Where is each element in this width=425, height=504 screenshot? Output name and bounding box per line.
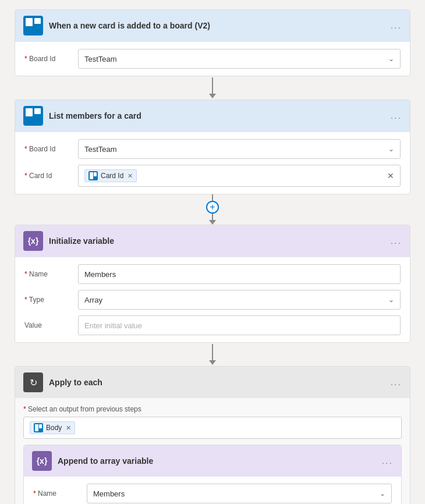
init-variable-body: Name Members Type Array ⌄ Value Enter in…	[15, 257, 410, 342]
append-array-header-left: {x} Append to array variable	[32, 451, 153, 471]
append-array-body: Name Members ⌄ Value	[24, 477, 401, 504]
init-variable-card: {x} Initialize variable ... Name Members…	[15, 225, 410, 343]
apply-each-header-left: ↻ Apply to each	[23, 372, 102, 392]
apply-icon: ↻	[23, 372, 43, 392]
list-members-header: List members for a card ...	[15, 100, 410, 132]
init-type-input[interactable]: Array ⌄	[78, 290, 401, 310]
init-variable-title: Initialize variable	[49, 236, 114, 246]
card-id-chip-trello-icon	[88, 171, 98, 180]
list-board-id-chevron: ⌄	[388, 145, 394, 153]
list-card-id-input[interactable]: Card Id ✕ ✕	[78, 165, 401, 187]
trigger-board-id-value: TestTeam	[84, 55, 117, 63]
apply-each-card: ↻ Apply to each ... Select an output fro…	[15, 366, 410, 504]
list-members-header-left: List members for a card	[23, 106, 141, 126]
trigger-more-button[interactable]: ...	[391, 20, 402, 31]
apply-each-body: Select an output from previous steps Bod…	[15, 398, 410, 504]
list-members-body: Board Id TestTeam ⌄ Card Id	[15, 132, 410, 194]
init-value-row: Value Enter initial value	[24, 315, 401, 335]
init-value-input[interactable]: Enter initial value	[78, 315, 401, 335]
trello-bar-left-2	[26, 108, 33, 116]
init-name-label: Name	[24, 270, 71, 278]
append-name-input[interactable]: Members ⌄	[87, 484, 392, 503]
list-card-id-inner: Card Id ✕ ✕	[84, 169, 394, 182]
trigger-board-id-input[interactable]: TestTeam ⌄	[78, 49, 401, 69]
trigger-board-id-row: Board Id TestTeam ⌄	[24, 49, 401, 69]
body-chip: Body ✕	[30, 421, 75, 434]
trigger-card: When a new card is added to a board (V2)…	[15, 9, 410, 76]
init-variable-header-left: {x} Initialize variable	[23, 231, 114, 251]
list-card-id-label: Card Id	[24, 172, 71, 180]
append-array-title: Append to array variable	[58, 456, 153, 466]
append-name-row: Name Members ⌄	[33, 484, 392, 503]
trello-bar-right	[34, 18, 41, 24]
trello-bar-left	[26, 18, 33, 26]
trigger-card-header: When a new card is added to a board (V2)…	[15, 10, 410, 42]
append-variable-icon: {x}	[32, 451, 52, 471]
append-name-label: Name	[33, 489, 80, 498]
append-array-header: {x} Append to array variable ...	[24, 445, 401, 477]
mini-bar-r-body	[39, 424, 42, 428]
init-name-input[interactable]: Members	[78, 264, 401, 284]
flow-container: When a new card is added to a board (V2)…	[9, 9, 416, 504]
apply-select-label: Select an output from previous steps	[23, 405, 402, 413]
init-value-placeholder: Enter initial value	[84, 321, 142, 330]
trigger-board-id-chevron: ⌄	[388, 55, 394, 63]
list-members-more-button[interactable]: ...	[391, 111, 402, 121]
init-variable-header: {x} Initialize variable ...	[15, 225, 410, 257]
plus-line-bottom	[212, 214, 213, 220]
trigger-card-body: Board Id TestTeam ⌄	[15, 42, 410, 76]
card-id-chip: Card Id ✕	[84, 169, 137, 182]
init-type-label: Type	[24, 296, 71, 304]
body-chip-label: Body	[46, 424, 62, 432]
body-chip-trello-icon	[34, 423, 43, 432]
trello-bar-right-2	[34, 108, 41, 114]
mini-bar-l	[90, 172, 93, 179]
connector-2	[209, 343, 216, 366]
apply-select-field[interactable]: Body ✕	[23, 417, 402, 439]
list-board-id-label: Board Id	[24, 145, 71, 153]
apply-each-more-button[interactable]: ...	[391, 377, 402, 388]
list-board-id-row: Board Id TestTeam ⌄	[24, 139, 401, 159]
list-members-card: List members for a card ... Board Id Tes…	[15, 100, 410, 194]
trello-icon-trigger	[23, 16, 43, 36]
init-variable-more-button[interactable]: ...	[391, 236, 402, 246]
list-board-id-value: TestTeam	[84, 145, 117, 154]
apply-each-title: Apply to each	[49, 378, 102, 387]
apply-each-header: ↻ Apply to each ...	[15, 367, 410, 398]
trigger-header-left: When a new card is added to a board (V2)	[23, 16, 210, 36]
variable-icon: {x}	[23, 231, 43, 251]
connector-2-line	[212, 344, 213, 360]
init-value-label: Value	[24, 321, 71, 329]
connector-2-arrow	[209, 360, 216, 365]
card-id-chip-label: Card Id	[101, 172, 123, 180]
list-card-id-row: Card Id Card Id ✕	[24, 165, 401, 187]
list-board-id-input[interactable]: TestTeam ⌄	[78, 139, 401, 159]
mini-bar-l-body	[35, 424, 38, 431]
plus-circle-button[interactable]: +	[206, 201, 219, 213]
init-type-row: Type Array ⌄	[24, 290, 401, 310]
init-name-row: Name Members	[24, 264, 401, 284]
list-card-id-clear[interactable]: ✕	[387, 171, 394, 180]
trigger-title: When a new card is added to a board (V2)	[49, 21, 210, 30]
append-name-value: Members	[93, 489, 125, 498]
body-chip-close[interactable]: ✕	[66, 424, 71, 432]
mini-bar-r	[94, 172, 97, 176]
trello-icon-list	[23, 106, 43, 126]
list-members-title: List members for a card	[49, 111, 141, 120]
plus-arrow	[209, 220, 216, 225]
init-type-value: Array	[84, 296, 102, 304]
append-array-card: {x} Append to array variable ... Name Me…	[23, 445, 402, 504]
append-name-chevron: ⌄	[380, 489, 385, 498]
connector-plus-1: +	[206, 194, 219, 225]
trigger-board-id-label: Board Id	[24, 55, 71, 63]
append-array-more-button[interactable]: ...	[382, 456, 393, 466]
init-name-value: Members	[84, 270, 116, 279]
connector-1	[209, 76, 216, 100]
connector-1-line	[212, 77, 213, 94]
connector-1-arrow	[209, 94, 216, 98]
plus-line-top	[212, 194, 213, 201]
card-id-chip-close[interactable]: ✕	[128, 172, 133, 180]
init-type-chevron: ⌄	[388, 296, 394, 304]
